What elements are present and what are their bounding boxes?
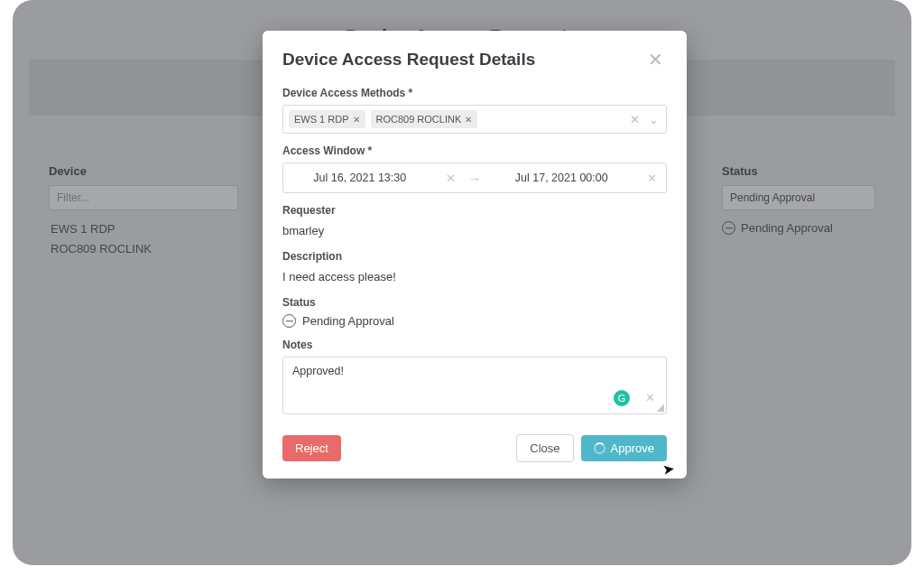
pending-icon: [282, 314, 296, 328]
status-value-row: Pending Approval: [282, 314, 667, 328]
window-end-clear-icon[interactable]: ✕: [638, 172, 666, 185]
reject-button[interactable]: Reject: [282, 435, 341, 461]
spinner-icon: [594, 442, 605, 454]
reject-button-label: Reject: [295, 441, 328, 455]
description-value: I need access please!: [282, 268, 667, 285]
method-chip-label: ROC809 ROCLINK: [376, 114, 462, 125]
notes-clear-icon[interactable]: ✕: [645, 391, 655, 404]
description-label: Description: [282, 250, 667, 263]
approve-button-label: Approve: [611, 441, 654, 455]
status-value: Pending Approval: [302, 314, 394, 328]
access-window-range[interactable]: Jul 16, 2021 13:30 ✕ → Jul 17, 2021 00:0…: [282, 163, 667, 193]
status-label: Status: [282, 296, 667, 309]
requester-label: Requester: [282, 204, 667, 217]
resize-handle-icon[interactable]: [657, 404, 664, 412]
chip-remove-icon[interactable]: ✕: [465, 115, 472, 125]
method-chip: EWS 1 RDP ✕: [289, 110, 365, 128]
methods-multiselect[interactable]: EWS 1 RDP ✕ ROC809 ROCLINK ✕ ✕ ⌄: [282, 105, 667, 134]
app-frame: Device Access Requests Device Filter... …: [13, 0, 911, 565]
window-end-value: Jul 17, 2021 00:00: [515, 172, 608, 184]
close-icon[interactable]: ✕: [644, 49, 667, 70]
close-button-label: Close: [530, 441, 559, 455]
notes-textarea[interactable]: Approved! G ✕: [282, 357, 667, 414]
close-button[interactable]: Close: [516, 434, 573, 462]
grammarly-icon[interactable]: G: [614, 390, 630, 406]
modal-title: Device Access Request Details: [282, 50, 535, 70]
notes-value: Approved!: [292, 365, 344, 377]
methods-label: Device Access Methods *: [282, 87, 667, 99]
window-end[interactable]: Jul 17, 2021 00:00: [485, 172, 639, 184]
chip-remove-icon[interactable]: ✕: [353, 115, 360, 125]
method-chip-label: EWS 1 RDP: [294, 114, 349, 125]
arrow-right-icon: →: [465, 171, 485, 186]
request-details-modal: Device Access Request Details ✕ Device A…: [263, 31, 687, 478]
requester-value: bmarley: [282, 222, 667, 239]
window-start[interactable]: Jul 16, 2021 13:30: [283, 172, 437, 184]
modal-footer: Reject Close Approve: [282, 434, 667, 462]
approve-button[interactable]: Approve: [581, 435, 667, 461]
window-label: Access Window *: [282, 144, 667, 157]
method-chip: ROC809 ROCLINK ✕: [371, 110, 478, 128]
modal-header: Device Access Request Details ✕: [282, 49, 667, 70]
multiselect-clear-icon[interactable]: ✕: [628, 113, 642, 126]
notes-label: Notes: [282, 339, 667, 351]
chevron-down-icon[interactable]: ⌄: [647, 113, 661, 126]
window-start-clear-icon[interactable]: ✕: [437, 172, 465, 185]
window-start-value: Jul 16, 2021 13:30: [313, 172, 406, 184]
